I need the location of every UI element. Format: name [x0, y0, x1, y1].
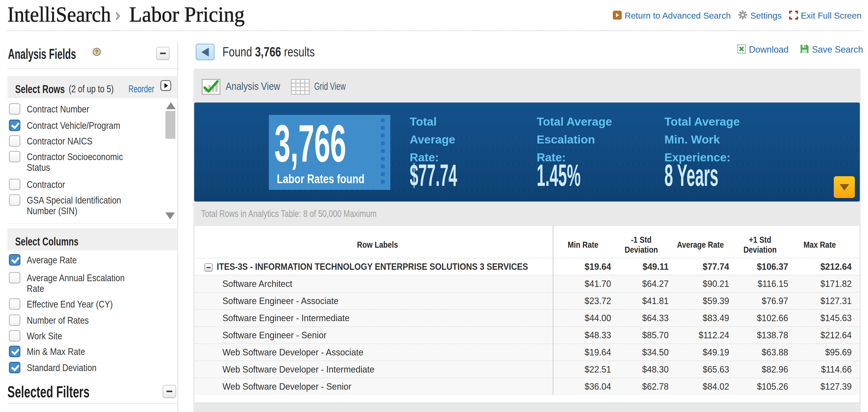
svg-text:?: ?	[95, 49, 98, 55]
